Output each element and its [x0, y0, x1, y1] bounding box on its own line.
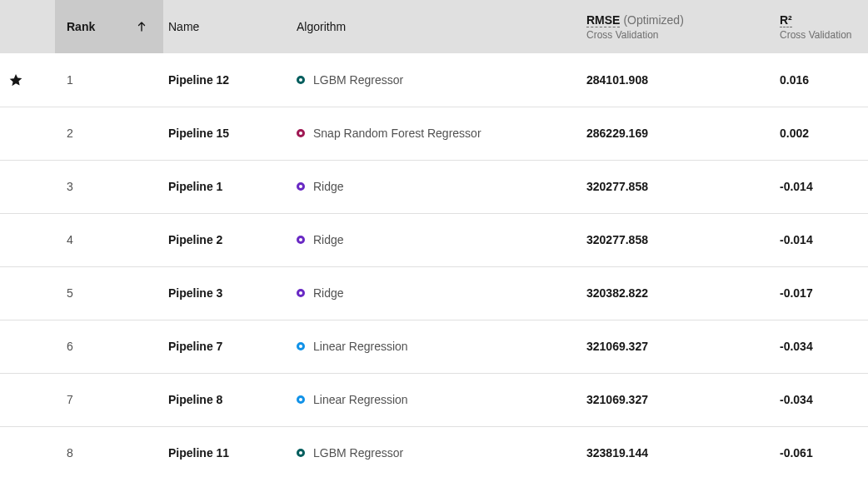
pipeline-name-cell: Pipeline 15	[163, 107, 292, 160]
pipeline-name-cell: Pipeline 3	[163, 266, 292, 320]
pipeline-name-cell: Pipeline 7	[163, 320, 292, 373]
algorithm-label: LGBM Regressor	[313, 73, 403, 87]
star-cell[interactable]	[0, 107, 55, 160]
algorithm-label: Ridge	[313, 233, 344, 246]
algorithm-label: Linear Regression	[313, 393, 408, 406]
algorithm-cell: Ridge	[292, 266, 581, 320]
star-cell[interactable]	[0, 160, 55, 213]
r2-cell: -0.034	[775, 320, 868, 373]
rmse-cell: 320277.858	[581, 160, 775, 213]
column-header-r2[interactable]: R² Cross Validation	[775, 0, 868, 53]
algorithm-dot-icon	[297, 449, 305, 457]
star-cell[interactable]	[0, 426, 55, 477]
algorithm-cell: Ridge	[292, 160, 581, 213]
r2-cell: 0.016	[775, 53, 868, 107]
table-row[interactable]: 4Pipeline 2Ridge320277.858-0.014	[0, 213, 868, 266]
algorithm-dot-icon	[297, 236, 305, 244]
algorithm-dot-icon	[297, 289, 305, 297]
metric-subtext: Cross Validation	[586, 29, 775, 41]
column-header-name[interactable]: Name	[163, 0, 292, 53]
rmse-cell: 320277.858	[581, 213, 775, 266]
pipeline-leaderboard-table: Rank Name Algorithm RMSE (	[0, 0, 868, 477]
algorithm-dot-icon	[297, 395, 305, 404]
r2-cell: -0.017	[775, 266, 868, 320]
table-row[interactable]: 3Pipeline 1Ridge320277.858-0.014	[0, 160, 868, 213]
column-header-starred[interactable]	[0, 0, 55, 53]
metric-optimized-tag: (Optimized)	[623, 13, 683, 27]
pipeline-name-cell: Pipeline 1	[163, 160, 292, 213]
algorithm-dot-icon	[297, 76, 305, 84]
column-header-algorithm[interactable]: Algorithm	[292, 0, 581, 53]
table-row[interactable]: 7Pipeline 8Linear Regression321069.327-0…	[0, 373, 868, 426]
algorithm-cell: Snap Random Forest Regressor	[292, 107, 581, 160]
r2-cell: -0.014	[775, 213, 868, 266]
rmse-cell: 321069.327	[581, 373, 775, 426]
r2-cell: -0.061	[775, 426, 868, 477]
algorithm-label: Ridge	[313, 180, 344, 193]
rmse-cell: 286229.169	[581, 107, 775, 160]
column-header-label: Rank	[67, 20, 95, 33]
pipeline-name-cell: Pipeline 11	[163, 426, 292, 477]
algorithm-label: Ridge	[313, 286, 344, 300]
algorithm-cell: LGBM Regressor	[292, 53, 581, 107]
algorithm-cell: Ridge	[292, 213, 581, 266]
algorithm-cell: Linear Regression	[292, 320, 581, 373]
table-header-row: Rank Name Algorithm RMSE (	[0, 0, 868, 53]
rank-cell: 1	[55, 53, 163, 107]
rank-cell: 3	[55, 160, 163, 213]
table-row[interactable]: 5Pipeline 3Ridge320382.822-0.017	[0, 266, 868, 320]
rmse-cell: 320382.822	[581, 266, 775, 320]
r2-cell: 0.002	[775, 107, 868, 160]
table-row[interactable]: 1Pipeline 12LGBM Regressor284101.9080.01…	[0, 53, 868, 107]
rmse-cell: 284101.908	[581, 53, 775, 107]
algorithm-dot-icon	[297, 129, 305, 137]
rank-cell: 5	[55, 266, 163, 320]
star-cell[interactable]	[0, 373, 55, 426]
r2-cell: -0.034	[775, 373, 868, 426]
rmse-cell: 323819.144	[581, 426, 775, 477]
rmse-cell: 321069.327	[581, 320, 775, 373]
column-header-rmse[interactable]: RMSE (Optimized) Cross Validation	[581, 0, 775, 53]
column-header-label: Name	[168, 20, 199, 33]
pipeline-name-cell: Pipeline 12	[163, 53, 292, 107]
algorithm-cell: LGBM Regressor	[292, 426, 581, 477]
star-cell[interactable]	[0, 320, 55, 373]
column-header-rank[interactable]: Rank	[55, 0, 163, 53]
pipeline-name-cell: Pipeline 2	[163, 213, 292, 266]
algorithm-label: LGBM Regressor	[313, 446, 403, 460]
pipeline-name-cell: Pipeline 8	[163, 373, 292, 426]
metric-abbr: RMSE	[586, 13, 620, 27]
algorithm-dot-icon	[297, 182, 305, 191]
algorithm-cell: Linear Regression	[292, 373, 581, 426]
star-cell[interactable]	[0, 213, 55, 266]
metric-abbr: R²	[780, 13, 792, 27]
algorithm-label: Linear Regression	[313, 340, 408, 353]
star-filled-icon	[8, 72, 55, 87]
rank-cell: 4	[55, 213, 163, 266]
column-header-label: Algorithm	[297, 20, 346, 33]
star-cell[interactable]	[0, 266, 55, 320]
star-cell[interactable]	[0, 53, 55, 107]
table-row[interactable]: 2Pipeline 15Snap Random Forest Regressor…	[0, 107, 868, 160]
r2-cell: -0.014	[775, 160, 868, 213]
rank-cell: 6	[55, 320, 163, 373]
metric-subtext: Cross Validation	[780, 29, 855, 41]
algorithm-label: Snap Random Forest Regressor	[313, 127, 481, 140]
sort-ascending-icon	[135, 20, 148, 33]
algorithm-dot-icon	[297, 342, 305, 350]
table-row[interactable]: 8Pipeline 11LGBM Regressor323819.144-0.0…	[0, 426, 868, 477]
rank-cell: 7	[55, 373, 163, 426]
table-row[interactable]: 6Pipeline 7Linear Regression321069.327-0…	[0, 320, 868, 373]
rank-cell: 2	[55, 107, 163, 160]
rank-cell: 8	[55, 426, 163, 477]
